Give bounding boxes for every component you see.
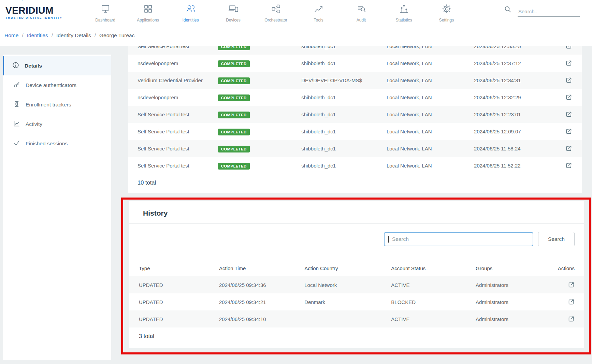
logo-i-accent bbox=[20, 0, 24, 1]
info-icon bbox=[12, 62, 19, 70]
history-country-cell: Denmark bbox=[304, 299, 391, 305]
session-details-icon[interactable] bbox=[565, 162, 572, 169]
sidebar-item-activity[interactable]: Activity bbox=[3, 114, 111, 134]
identities-icon bbox=[186, 4, 196, 15]
veridium-logo[interactable]: VERIDIUM TRUSTED DIGITAL IDENTITY bbox=[5, 6, 74, 19]
status-badge: COMPLETED bbox=[218, 60, 250, 67]
global-search-input[interactable] bbox=[518, 6, 580, 17]
status-badge: COMPLETED bbox=[218, 77, 250, 84]
history-table: Type Action Time Action Country Account … bbox=[129, 260, 584, 327]
nav-item-devices[interactable]: Devices bbox=[212, 2, 255, 23]
history-type-cell: UPDATED bbox=[139, 282, 219, 288]
session-name-cell: nsdeveloponprem bbox=[138, 60, 218, 66]
breadcrumb: Home / Identities / Identity Details / G… bbox=[0, 25, 592, 46]
session-name-cell: Self Service Portal test bbox=[138, 129, 218, 134]
history-type-cell: UPDATED bbox=[139, 299, 219, 305]
history-title: History bbox=[143, 209, 168, 217]
status-badge: COMPLETED bbox=[218, 146, 250, 152]
dashboard-icon bbox=[100, 4, 111, 15]
nav-item-tools[interactable]: Tools bbox=[297, 2, 340, 23]
session-name-cell: Self Service Portal test bbox=[138, 163, 218, 169]
session-name-cell: Self Service Portal test bbox=[138, 146, 218, 151]
session-name-cell: Veridium Credential Provider bbox=[138, 77, 218, 83]
hourglass-icon bbox=[13, 101, 20, 109]
primary-nav: Dashboard Applications Identities Device… bbox=[84, 2, 468, 23]
nav-item-orchestrator[interactable]: Orchestrator bbox=[255, 2, 297, 23]
devices-icon bbox=[228, 4, 239, 15]
history-time-cell: 2024/06/25 09:34:21 bbox=[219, 299, 304, 305]
history-details-icon[interactable] bbox=[568, 281, 575, 288]
sidebar-item-device-authenticators[interactable]: Device authenticators bbox=[3, 75, 111, 95]
session-time-cell: 2024/06/25 11:58:24 bbox=[474, 146, 556, 151]
column-header-action-country: Action Country bbox=[304, 265, 391, 271]
nav-item-statistics[interactable]: Statistics bbox=[382, 2, 425, 23]
session-details-icon[interactable] bbox=[565, 60, 572, 67]
history-search-input[interactable] bbox=[384, 232, 533, 246]
history-search-row: Search bbox=[129, 224, 584, 260]
session-device-cell: shibboleth_dc1 bbox=[301, 60, 387, 66]
statistics-icon bbox=[399, 4, 409, 15]
session-details-icon[interactable] bbox=[565, 94, 572, 101]
session-location-cell: Local Network, LAN bbox=[387, 112, 474, 117]
breadcrumb-current-user: George Tureac bbox=[99, 32, 134, 39]
history-row: UPDATED 2024/06/25 09:34:10 ACTIVE Admin… bbox=[129, 310, 584, 327]
session-row: Veridium Credential Provider COMPLETED D… bbox=[128, 72, 582, 89]
session-device-cell: shibboleth_dc1 bbox=[301, 94, 387, 100]
session-name-cell: nsdeveloponprem bbox=[138, 94, 218, 100]
nav-item-dashboard[interactable]: Dashboard bbox=[84, 2, 127, 23]
status-badge: COMPLETED bbox=[218, 112, 250, 118]
breadcrumb-identities[interactable]: Identities bbox=[27, 32, 48, 39]
session-location-cell: Local Network, LAN bbox=[387, 129, 474, 134]
session-time-cell: 2024/06/25 12:23:01 bbox=[474, 112, 556, 117]
history-groups-cell: Administrators bbox=[476, 316, 558, 322]
history-status-cell: BLOCKED bbox=[391, 299, 476, 305]
history-time-cell: 2024/06/25 09:34:10 bbox=[219, 316, 304, 322]
text-caret bbox=[388, 236, 389, 243]
sidebar-item-details[interactable]: Details bbox=[3, 56, 111, 75]
session-time-cell: 2024/06/25 12:32:29 bbox=[474, 94, 556, 100]
main-column: Self Service Portal test COMPLETED shibb… bbox=[128, 46, 582, 354]
session-location-cell: Local Network, LAN bbox=[387, 60, 474, 66]
session-details-icon[interactable] bbox=[565, 77, 572, 84]
history-search-box bbox=[384, 232, 533, 246]
history-status-cell: ACTIVE bbox=[391, 282, 476, 288]
session-location-cell: Local Network, LAN bbox=[387, 146, 474, 151]
session-device-cell: DEV\DEVELOP-VDA-MS$ bbox=[301, 77, 387, 83]
session-row: Self Service Portal test COMPLETED shibb… bbox=[128, 106, 582, 123]
breadcrumb-home[interactable]: Home bbox=[4, 32, 18, 39]
session-details-icon[interactable] bbox=[565, 128, 572, 135]
applications-icon bbox=[143, 4, 153, 15]
history-details-icon[interactable] bbox=[568, 299, 575, 305]
session-details-icon[interactable] bbox=[565, 145, 572, 152]
nav-item-applications[interactable]: Applications bbox=[127, 2, 169, 23]
column-header-groups: Groups bbox=[476, 265, 558, 271]
history-time-cell: 2024/06/25 09:34:36 bbox=[219, 282, 304, 288]
breadcrumb-separator: / bbox=[22, 32, 23, 39]
session-device-cell: shibboleth_dc1 bbox=[301, 163, 387, 169]
session-time-cell: 2024/06/25 12:55:25 bbox=[474, 46, 556, 49]
brand-tagline: TRUSTED DIGITAL IDENTITY bbox=[5, 16, 74, 19]
nav-item-audit[interactable]: Audit bbox=[340, 2, 382, 23]
history-search-button[interactable]: Search bbox=[538, 232, 575, 246]
identity-sidebar: Details Device authenticators Enrollment… bbox=[3, 55, 111, 360]
nav-item-identities[interactable]: Identities bbox=[169, 2, 212, 23]
session-device-cell: shibboleth_dc1 bbox=[301, 129, 387, 134]
session-details-icon[interactable] bbox=[565, 46, 572, 49]
history-table-header: Type Action Time Action Country Account … bbox=[129, 260, 584, 276]
history-details-icon[interactable] bbox=[568, 316, 575, 322]
sidebar-item-finished-sessions[interactable]: Finished sessions bbox=[3, 134, 111, 153]
session-name-cell: Self Service Portal test bbox=[138, 46, 218, 49]
tools-icon bbox=[314, 4, 324, 15]
sessions-total: 10 total bbox=[128, 174, 582, 193]
status-badge: COMPLETED bbox=[218, 129, 250, 135]
check-icon bbox=[13, 140, 20, 148]
session-details-icon[interactable] bbox=[565, 111, 572, 118]
session-device-cell: shibboleth_dc1 bbox=[301, 46, 387, 49]
sidebar-item-enrollment-trackers[interactable]: Enrollment trackers bbox=[3, 95, 111, 114]
sessions-table: Self Service Portal test COMPLETED shibb… bbox=[128, 46, 582, 174]
column-header-account-status: Account Status bbox=[391, 265, 476, 271]
session-row: Self Service Portal test COMPLETED shibb… bbox=[128, 123, 582, 140]
key-icon bbox=[13, 81, 20, 89]
session-time-cell: 2024/06/25 11:52:22 bbox=[474, 163, 556, 169]
nav-item-settings[interactable]: Settings bbox=[425, 2, 468, 23]
